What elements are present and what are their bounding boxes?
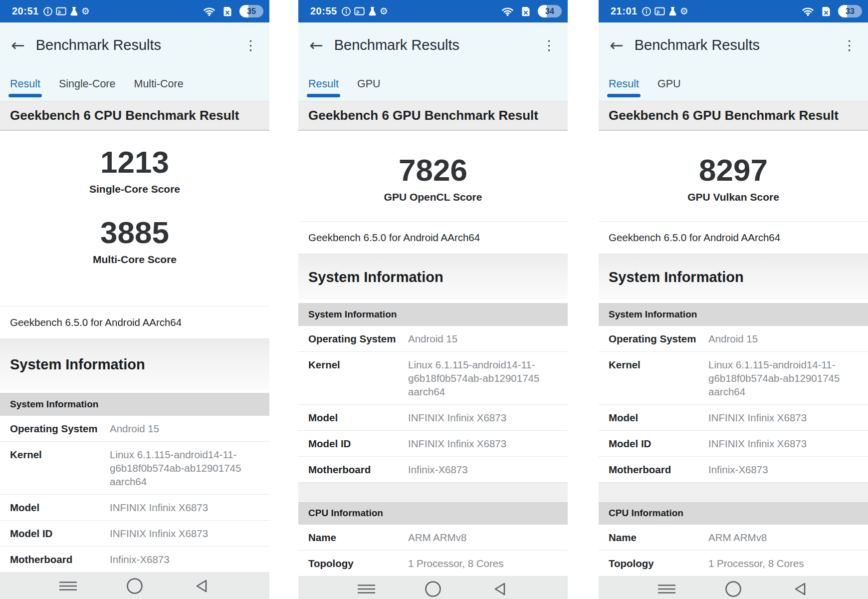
gear-icon: ⚙ [81,6,90,16]
app-header: ← Benchmark Results ⋮ Result GPU [298,22,568,101]
table-row: MotherboardInfinix-X6873 [599,457,868,483]
page-title: Benchmark Results [36,37,161,53]
table-row: NameARM ARMv8 [599,525,868,551]
recents-menu-button[interactable] [652,583,682,595]
three-screenshot-montage: 20:51 ⚙ 35 ← Benchmark Results ⋮ Result [0,0,868,599]
flask-debug-icon [368,6,377,16]
section-spacer [298,483,568,501]
sysinfo-subheader: System Information [599,303,868,326]
battery-indicator: 34 [538,5,562,17]
tab-result[interactable]: Result [308,78,339,90]
back-arrow-icon[interactable]: ← [309,37,323,53]
section-title: System Information [0,339,269,390]
score-section: 1213 Single-Core Score 3885 Multi-Core S… [0,131,269,306]
section-title: System Information [298,254,568,300]
table-row: NameARM ARMv8 [298,525,568,551]
table-row: Topology1 Processor, 8 Cores [599,551,868,577]
tab-bar: Result Single-Core Multi-Core [0,67,269,101]
section-spacer [599,483,868,501]
table-row: ModelINFINIX Infinix X6873 [599,405,868,431]
overflow-menu-icon[interactable]: ⋮ [840,37,859,53]
clock: 21:01 [611,5,638,17]
tab-gpu[interactable]: GPU [357,78,381,90]
tab-gpu[interactable]: GPU [657,78,681,90]
android-nav-bar [599,577,868,599]
wifi-icon [802,6,814,16]
flask-debug-icon [668,6,677,16]
home-button[interactable] [120,577,150,595]
battery-indicator: 35 [239,5,263,17]
wifi-icon [501,6,514,16]
table-row: Model IDINFINIX Infinix X6873 [599,431,868,457]
back-nav-button[interactable] [484,582,514,597]
tab-result[interactable]: Result [10,78,40,90]
flask-debug-icon [70,6,78,16]
screenshot-gpu-vulkan-result: 21:01 ⚙ 33 ← Benchmark Results ⋮ Result [599,0,868,599]
table-row: Model IDINFINIX Infinix X6873 [298,431,568,457]
app-header: ← Benchmark Results ⋮ Result GPU [599,22,868,101]
tab-bar: Result GPU [599,67,868,101]
table-row: Operating SystemAndroid 15 [0,416,269,442]
tab-single-core[interactable]: Single-Core [59,78,116,90]
table-row: MotherboardInfinix-X6873 [0,547,269,573]
info-icon [341,6,351,16]
status-right: 34 [501,5,562,17]
tab-multi-core[interactable]: Multi-Core [134,78,183,90]
info-icon [642,6,651,16]
geekbench-version: Geekbench 6.5.0 for Android AArch64 [298,222,568,254]
no-sim-icon [223,6,232,16]
status-bar: 21:01 ⚙ 33 [599,0,868,22]
home-button[interactable] [418,580,448,598]
gpu-opencl-score: 7826 [399,154,467,186]
screenshot-cpu-result: 20:51 ⚙ 35 ← Benchmark Results ⋮ Result [0,0,269,599]
score-section: 8297 GPU Vulkan Score [599,131,868,222]
back-arrow-icon[interactable]: ← [610,37,624,53]
geekbench-version: Geekbench 6.5.0 for Android AArch64 [0,306,269,339]
clock: 20:55 [310,5,337,17]
cast-screen-icon [354,7,365,16]
table-row: ModelINFINIX Infinix X6873 [0,495,269,521]
sysinfo-subheader: System Information [298,303,568,326]
back-nav-button[interactable] [785,582,815,597]
sysinfo-subheader: System Information [0,393,269,416]
page-title: Benchmark Results [334,37,459,53]
back-nav-button[interactable] [186,579,216,594]
overflow-menu-icon[interactable]: ⋮ [539,37,559,53]
table-row: Model IDINFINIX Infinix X6873 [0,521,269,547]
result-title-band: Geekbench 6 CPU Benchmark Result [0,101,269,131]
wifi-icon [203,6,216,16]
app-header: ← Benchmark Results ⋮ Result Single-Core… [0,22,269,101]
section-title: System Information [599,254,868,300]
cpuinfo-subheader: CPU Information [599,502,868,525]
table-row: KernelLinux 6.1.115-android14-11- g6b18f… [0,442,269,495]
result-title-band: Geekbench 6 GPU Benchmark Result [599,101,868,131]
score-section: 7826 GPU OpenCL Score [298,131,568,222]
table-row: Topology1 Processor, 8 Cores [298,551,568,577]
geekbench-version: Geekbench 6.5.0 for Android AArch64 [599,222,868,254]
battery-indicator: 33 [838,5,862,17]
status-bar: 20:51 ⚙ 35 [0,0,269,22]
recents-menu-button[interactable] [352,583,382,595]
gear-icon: ⚙ [680,6,688,16]
status-right: 33 [802,5,862,17]
no-sim-icon [521,6,530,16]
android-nav-bar [298,577,568,599]
cpuinfo-subheader: CPU Information [298,502,568,525]
result-title-band: Geekbench 6 GPU Benchmark Result [298,101,568,131]
table-row: Operating SystemAndroid 15 [599,326,868,352]
recents-menu-button[interactable] [53,580,83,592]
no-sim-icon [822,6,831,16]
table-row: Operating SystemAndroid 15 [298,326,568,352]
info-icon [43,6,53,16]
page-title: Benchmark Results [635,37,760,53]
tab-bar: Result GPU [298,67,568,101]
table-row: MotherboardInfinix-X6873 [298,457,568,483]
back-arrow-icon[interactable]: ← [11,37,25,53]
screenshot-gpu-opencl-result: 20:55 ⚙ 34 ← Benchmark Results ⋮ Result [298,0,568,599]
table-row: ModelINFINIX Infinix X6873 [298,405,568,431]
home-button[interactable] [718,580,748,598]
table-row: KernelLinux 6.1.115-android14-11- g6b18f… [599,352,868,405]
tab-result[interactable]: Result [609,78,639,90]
overflow-menu-icon[interactable]: ⋮ [241,37,260,53]
status-bar: 20:55 ⚙ 34 [298,0,568,22]
